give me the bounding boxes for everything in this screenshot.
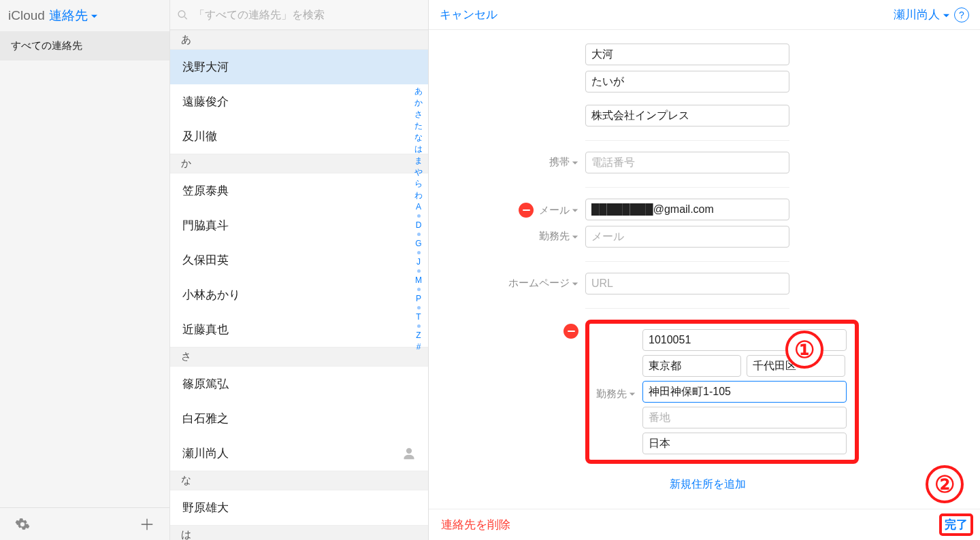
me-icon	[402, 447, 416, 460]
section-header: あ	[170, 30, 428, 50]
url-input[interactable]	[585, 273, 789, 294]
done-wrap: 完了	[945, 517, 968, 533]
chevron-down-icon	[629, 391, 636, 398]
work-email-input[interactable]	[585, 226, 789, 248]
sidebar-footer	[0, 507, 169, 540]
annotation-badge-1: ①	[785, 331, 823, 369]
contact-row[interactable]: 野原雄大	[170, 490, 428, 525]
done-button[interactable]: 完了	[945, 517, 968, 533]
search-input[interactable]	[194, 9, 421, 21]
contact-row[interactable]: 及川徹	[170, 119, 428, 154]
annotation-badge-2: ②	[926, 465, 964, 503]
edit-panel: キャンセル 瀬川尚人 ?	[429, 0, 980, 540]
contact-row[interactable]: 小林あかり	[170, 277, 428, 312]
contact-name: 遠藤俊介	[182, 94, 229, 109]
contact-name: 野原雄大	[182, 500, 229, 516]
toolbar-right: 瀬川尚人 ?	[894, 7, 969, 22]
chevron-down-icon	[572, 234, 578, 241]
sidebar-item-all-contacts[interactable]: すべての連絡先	[0, 31, 169, 61]
contact-name: 久保田英	[182, 252, 229, 268]
add-address-link[interactable]: 新規住所を追加	[606, 477, 810, 492]
user-menu[interactable]: 瀬川尚人	[894, 7, 950, 22]
prefecture-input[interactable]	[642, 355, 741, 377]
contact-row[interactable]: 白石雅之	[170, 401, 428, 436]
contact-name: 門脇真斗	[182, 218, 229, 233]
contact-row[interactable]: 近藤真也	[170, 312, 428, 347]
contact-name: 笠原泰典	[182, 183, 229, 199]
chevron-down-icon	[572, 281, 578, 288]
chevron-down-icon	[572, 207, 578, 214]
panel-body: 携帯 メール	[429, 30, 980, 540]
address-label[interactable]: 勤務先	[596, 333, 636, 454]
delete-contact-button[interactable]: 連絡先を削除	[441, 517, 510, 533]
section-header: さ	[170, 347, 428, 367]
spacer	[0, 61, 169, 507]
phone-label[interactable]: 携帯	[549, 156, 578, 169]
chevron-down-icon	[572, 160, 578, 167]
app-name: iCloud	[8, 8, 45, 23]
contacts-column: あ浅野大河遠藤俊介及川徹か笠原泰典門脇真斗久保田英小林あかり近藤真也さ篠原篤弘白…	[170, 0, 429, 540]
street-input[interactable]	[642, 381, 847, 403]
homepage-label[interactable]: ホームページ	[508, 277, 578, 290]
delete-email-button[interactable]	[519, 203, 534, 218]
contact-name: 瀬川尚人	[182, 445, 229, 461]
panel-toolbar: キャンセル 瀬川尚人 ?	[429, 0, 980, 30]
user-menu-label: 瀬川尚人	[894, 7, 940, 22]
contact-name: 篠原篤弘	[182, 376, 229, 392]
divider	[585, 308, 789, 309]
contact-row[interactable]: 門脇真斗	[170, 208, 428, 243]
chevron-down-icon	[943, 12, 950, 20]
delete-address-button[interactable]	[564, 324, 578, 339]
search-bar	[170, 0, 428, 30]
divider	[585, 140, 789, 141]
divider	[585, 187, 789, 188]
sidebar: iCloud 連絡先 すべての連絡先	[0, 0, 170, 540]
divider	[585, 261, 789, 262]
email-input[interactable]	[585, 199, 789, 220]
contact-row[interactable]: 篠原篤弘	[170, 367, 428, 401]
contact-row[interactable]: 久保田英	[170, 243, 428, 277]
email-label[interactable]: メール	[539, 204, 578, 217]
contact-name: 浅野大河	[182, 59, 229, 75]
contact-row[interactable]: 笠原泰典	[170, 173, 428, 208]
contact-row[interactable]: 瀬川尚人	[170, 436, 428, 471]
section-header: か	[170, 154, 428, 173]
help-icon[interactable]: ?	[954, 7, 969, 22]
section-header: な	[170, 471, 428, 490]
cancel-button[interactable]: キャンセル	[440, 7, 497, 22]
svg-point-0	[178, 10, 185, 17]
phonetic-input[interactable]	[585, 71, 789, 92]
contact-row[interactable]: 浅野大河	[170, 50, 428, 84]
sidebar-header: iCloud 連絡先	[0, 0, 169, 31]
contact-row[interactable]: 遠藤俊介	[170, 84, 428, 119]
section-header: は	[170, 525, 428, 540]
gear-icon[interactable]	[15, 517, 30, 532]
contact-name: 及川徹	[182, 129, 217, 144]
contact-name: 近藤真也	[182, 322, 229, 337]
plus-icon[interactable]	[140, 517, 154, 532]
company-input[interactable]	[585, 105, 789, 126]
section-dropdown[interactable]: 連絡先	[49, 7, 98, 24]
search-icon	[177, 9, 189, 21]
contact-name: 白石雅之	[182, 411, 229, 426]
street2-input[interactable]	[642, 407, 847, 428]
contacts-list[interactable]: あ浅野大河遠藤俊介及川徹か笠原泰典門脇真斗久保田英小林あかり近藤真也さ篠原篤弘白…	[170, 30, 428, 540]
country-input[interactable]	[642, 433, 847, 454]
chevron-down-icon	[91, 13, 98, 20]
section-dropdown-label: 連絡先	[49, 7, 88, 24]
phone-input[interactable]	[585, 152, 789, 173]
work-email-label[interactable]: 勤務先	[539, 230, 578, 243]
contact-name: 小林あかり	[182, 287, 240, 303]
panel-footer: 連絡先を削除 完了	[429, 509, 980, 540]
first-name-input[interactable]	[585, 44, 789, 65]
